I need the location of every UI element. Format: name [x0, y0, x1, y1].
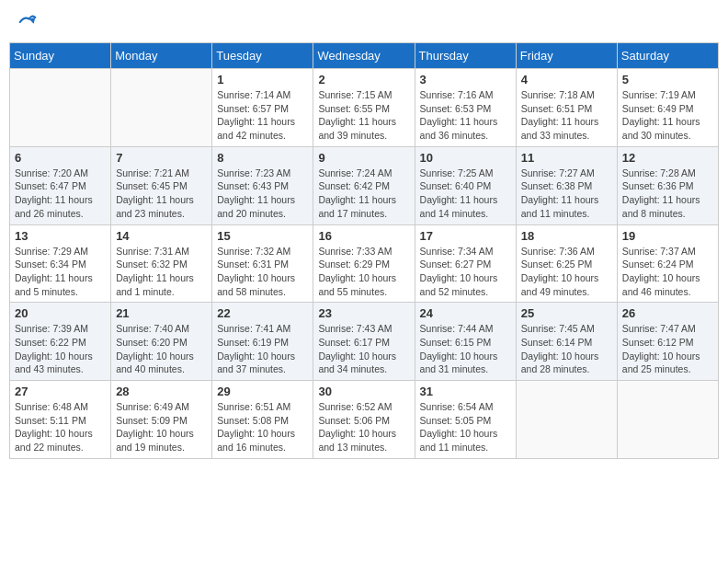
calendar-cell: 20Sunrise: 7:39 AM Sunset: 6:22 PM Dayli… [10, 303, 111, 381]
day-number: 17 [420, 229, 511, 243]
day-number: 11 [521, 151, 612, 165]
day-number: 9 [318, 151, 409, 165]
day-info: Sunrise: 7:33 AM Sunset: 6:29 PM Dayligh… [318, 245, 409, 299]
calendar-cell: 10Sunrise: 7:25 AM Sunset: 6:40 PM Dayli… [415, 146, 516, 224]
calendar-cell: 25Sunrise: 7:45 AM Sunset: 6:14 PM Dayli… [516, 303, 617, 381]
day-info: Sunrise: 7:47 AM Sunset: 6:12 PM Dayligh… [622, 322, 713, 376]
calendar-cell [10, 69, 111, 147]
day-number: 13 [15, 229, 106, 243]
calendar-cell: 9Sunrise: 7:24 AM Sunset: 6:42 PM Daylig… [313, 146, 415, 224]
week-row-3: 13Sunrise: 7:29 AM Sunset: 6:34 PM Dayli… [10, 224, 719, 303]
day-number: 2 [318, 73, 409, 86]
weekday-header-saturday: Saturday [617, 43, 718, 69]
day-number: 15 [217, 229, 308, 243]
calendar-cell: 26Sunrise: 7:47 AM Sunset: 6:12 PM Dayli… [617, 303, 718, 381]
calendar-cell: 21Sunrise: 7:40 AM Sunset: 6:20 PM Dayli… [111, 303, 212, 381]
calendar-cell: 3Sunrise: 7:16 AM Sunset: 6:53 PM Daylig… [415, 69, 516, 147]
calendar-cell: 27Sunrise: 6:48 AM Sunset: 5:11 PM Dayli… [10, 381, 111, 459]
day-info: Sunrise: 7:29 AM Sunset: 6:34 PM Dayligh… [15, 245, 106, 299]
day-info: Sunrise: 7:14 AM Sunset: 6:57 PM Dayligh… [217, 88, 308, 143]
page-header [9, 9, 719, 35]
week-row-5: 27Sunrise: 6:48 AM Sunset: 5:11 PM Dayli… [10, 381, 719, 459]
day-info: Sunrise: 7:25 AM Sunset: 6:40 PM Dayligh… [420, 167, 511, 221]
calendar-cell: 2Sunrise: 7:15 AM Sunset: 6:55 PM Daylig… [313, 69, 415, 147]
logo-icon [18, 13, 37, 31]
day-info: Sunrise: 7:18 AM Sunset: 6:51 PM Dayligh… [521, 88, 612, 143]
calendar-cell [111, 69, 212, 147]
calendar-cell: 6Sunrise: 7:20 AM Sunset: 6:47 PM Daylig… [10, 146, 111, 224]
day-number: 28 [116, 385, 207, 398]
day-info: Sunrise: 7:43 AM Sunset: 6:17 PM Dayligh… [318, 322, 409, 376]
calendar-cell: 13Sunrise: 7:29 AM Sunset: 6:34 PM Dayli… [10, 224, 111, 303]
day-number: 23 [318, 306, 409, 320]
day-info: Sunrise: 7:44 AM Sunset: 6:15 PM Dayligh… [420, 322, 511, 376]
day-number: 20 [15, 306, 106, 320]
weekday-header-monday: Monday [111, 43, 212, 69]
calendar-cell: 28Sunrise: 6:49 AM Sunset: 5:09 PM Dayli… [111, 381, 212, 459]
week-row-1: 1Sunrise: 7:14 AM Sunset: 6:57 PM Daylig… [10, 69, 719, 147]
weekday-header-row: SundayMondayTuesdayWednesdayThursdayFrid… [10, 43, 719, 69]
weekday-header-thursday: Thursday [415, 43, 516, 69]
day-number: 6 [15, 151, 106, 165]
day-number: 1 [217, 73, 308, 86]
calendar-cell: 4Sunrise: 7:18 AM Sunset: 6:51 PM Daylig… [516, 69, 617, 147]
calendar-cell [516, 381, 617, 459]
week-row-4: 20Sunrise: 7:39 AM Sunset: 6:22 PM Dayli… [10, 303, 719, 381]
calendar-cell: 31Sunrise: 6:54 AM Sunset: 5:05 PM Dayli… [415, 381, 516, 459]
day-info: Sunrise: 7:15 AM Sunset: 6:55 PM Dayligh… [318, 88, 409, 143]
day-info: Sunrise: 7:41 AM Sunset: 6:19 PM Dayligh… [217, 322, 308, 376]
day-number: 3 [420, 73, 511, 86]
day-info: Sunrise: 7:31 AM Sunset: 6:32 PM Dayligh… [116, 245, 207, 299]
day-info: Sunrise: 7:28 AM Sunset: 6:36 PM Dayligh… [622, 167, 713, 221]
calendar-table: SundayMondayTuesdayWednesdayThursdayFrid… [9, 42, 719, 459]
day-number: 7 [116, 151, 207, 165]
calendar-cell: 15Sunrise: 7:32 AM Sunset: 6:31 PM Dayli… [212, 224, 313, 303]
day-info: Sunrise: 7:40 AM Sunset: 6:20 PM Dayligh… [116, 322, 207, 376]
day-number: 30 [318, 385, 409, 398]
day-info: Sunrise: 7:34 AM Sunset: 6:27 PM Dayligh… [420, 245, 511, 299]
day-info: Sunrise: 7:23 AM Sunset: 6:43 PM Dayligh… [217, 167, 308, 221]
calendar-cell: 19Sunrise: 7:37 AM Sunset: 6:24 PM Dayli… [617, 224, 718, 303]
day-info: Sunrise: 7:39 AM Sunset: 6:22 PM Dayligh… [15, 322, 106, 376]
day-info: Sunrise: 7:32 AM Sunset: 6:31 PM Dayligh… [217, 245, 308, 299]
weekday-header-wednesday: Wednesday [313, 43, 415, 69]
day-info: Sunrise: 7:36 AM Sunset: 6:25 PM Dayligh… [521, 245, 612, 299]
day-info: Sunrise: 6:54 AM Sunset: 5:05 PM Dayligh… [420, 400, 511, 454]
calendar-cell: 18Sunrise: 7:36 AM Sunset: 6:25 PM Dayli… [516, 224, 617, 303]
day-info: Sunrise: 7:37 AM Sunset: 6:24 PM Dayligh… [622, 245, 713, 299]
logo [17, 13, 37, 31]
day-number: 26 [622, 306, 713, 320]
calendar-cell [617, 381, 718, 459]
day-number: 19 [622, 229, 713, 243]
day-info: Sunrise: 6:48 AM Sunset: 5:11 PM Dayligh… [15, 400, 106, 454]
day-info: Sunrise: 7:45 AM Sunset: 6:14 PM Dayligh… [521, 322, 612, 376]
weekday-header-sunday: Sunday [10, 43, 111, 69]
day-number: 8 [217, 151, 308, 165]
day-info: Sunrise: 6:52 AM Sunset: 5:06 PM Dayligh… [318, 400, 409, 454]
day-number: 12 [622, 151, 713, 165]
day-info: Sunrise: 7:19 AM Sunset: 6:49 PM Dayligh… [622, 88, 713, 143]
calendar-cell: 22Sunrise: 7:41 AM Sunset: 6:19 PM Dayli… [212, 303, 313, 381]
calendar-cell: 5Sunrise: 7:19 AM Sunset: 6:49 PM Daylig… [617, 69, 718, 147]
calendar-cell: 8Sunrise: 7:23 AM Sunset: 6:43 PM Daylig… [212, 146, 313, 224]
calendar-cell: 12Sunrise: 7:28 AM Sunset: 6:36 PM Dayli… [617, 146, 718, 224]
day-number: 14 [116, 229, 207, 243]
weekday-header-tuesday: Tuesday [212, 43, 313, 69]
calendar-cell: 24Sunrise: 7:44 AM Sunset: 6:15 PM Dayli… [415, 303, 516, 381]
day-number: 31 [420, 385, 511, 398]
day-info: Sunrise: 7:16 AM Sunset: 6:53 PM Dayligh… [420, 88, 511, 143]
calendar-cell: 14Sunrise: 7:31 AM Sunset: 6:32 PM Dayli… [111, 224, 212, 303]
day-number: 5 [622, 73, 713, 86]
calendar-cell: 29Sunrise: 6:51 AM Sunset: 5:08 PM Dayli… [212, 381, 313, 459]
day-info: Sunrise: 7:27 AM Sunset: 6:38 PM Dayligh… [521, 167, 612, 221]
day-info: Sunrise: 7:20 AM Sunset: 6:47 PM Dayligh… [15, 167, 106, 221]
day-number: 24 [420, 306, 511, 320]
day-info: Sunrise: 6:51 AM Sunset: 5:08 PM Dayligh… [217, 400, 308, 454]
calendar-cell: 23Sunrise: 7:43 AM Sunset: 6:17 PM Dayli… [313, 303, 415, 381]
day-number: 4 [521, 73, 612, 86]
calendar-cell: 7Sunrise: 7:21 AM Sunset: 6:45 PM Daylig… [111, 146, 212, 224]
day-number: 18 [521, 229, 612, 243]
day-number: 16 [318, 229, 409, 243]
day-info: Sunrise: 7:21 AM Sunset: 6:45 PM Dayligh… [116, 167, 207, 221]
calendar-cell: 17Sunrise: 7:34 AM Sunset: 6:27 PM Dayli… [415, 224, 516, 303]
